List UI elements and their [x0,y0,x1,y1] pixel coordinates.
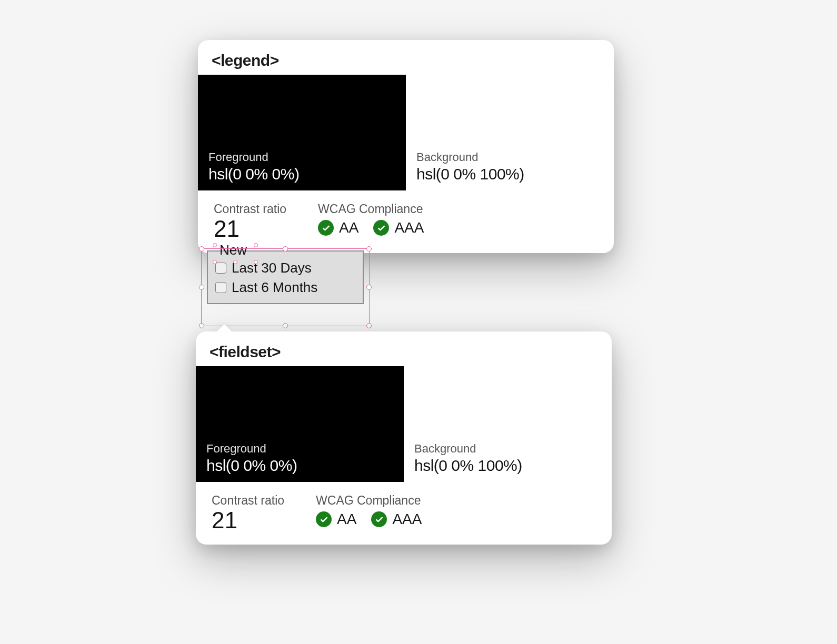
background-label: Background [414,442,587,456]
wcag-label: WCAG Compliance [316,494,422,508]
background-value: hsl(0 0% 100%) [416,165,590,183]
contrast-tooltip-fieldset: <fieldset> Foreground hsl(0 0% 0%) Backg… [196,331,612,545]
wcag-compliance: WCAG Compliance AA AAA [318,202,424,236]
wcag-aaa-badge: AAA [373,219,424,236]
option-row[interactable]: Last 30 Days [215,260,355,276]
resize-handle-icon[interactable] [283,323,288,328]
checkbox[interactable] [215,263,226,274]
wcag-aaa-text: AAA [392,511,422,528]
contrast-metrics: Contrast ratio 21 WCAG Compliance AA AAA [210,494,598,532]
foreground-value: hsl(0 0% 0%) [206,457,393,475]
option-row[interactable]: Last 6 Months [215,279,355,296]
foreground-swatch: Foreground hsl(0 0% 0%) [196,366,404,482]
foreground-label: Foreground [206,442,393,456]
resize-handle-icon[interactable] [366,285,372,290]
contrast-ratio-value: 21 [212,509,284,532]
wcag-label: WCAG Compliance [318,202,424,216]
check-circle-icon [371,511,387,527]
check-circle-icon [318,220,334,236]
contrast-ratio-value: 21 [214,217,286,240]
wcag-aaa-text: AAA [394,219,424,236]
inspected-fieldset[interactable]: New Last 30 Days Last 6 Months [207,250,364,304]
color-swatches: Foreground hsl(0 0% 0%) Background hsl(0… [210,366,598,482]
foreground-value: hsl(0 0% 0%) [208,165,395,183]
resize-handle-icon[interactable] [199,323,204,328]
tooltip-arrow-icon [217,324,232,331]
background-swatch: Background hsl(0 0% 100%) [404,366,598,482]
option-label: Last 30 Days [232,260,312,276]
background-label: Background [416,150,590,164]
contrast-ratio-label: Contrast ratio [212,494,284,508]
color-swatches: Foreground hsl(0 0% 0%) Background hsl(0… [212,75,600,190]
background-value: hsl(0 0% 100%) [414,457,587,475]
wcag-aa-text: AA [337,511,356,528]
option-label: Last 6 Months [232,279,317,296]
contrast-ratio-label: Contrast ratio [214,202,286,216]
resize-handle-icon[interactable] [199,285,204,290]
element-tag-name: <legend> [212,52,600,69]
contrast-ratio: Contrast ratio 21 [214,202,286,240]
resize-handle-icon[interactable] [366,323,372,328]
wcag-aaa-badge: AAA [371,511,422,528]
wcag-compliance: WCAG Compliance AA AAA [316,494,422,528]
check-circle-icon [316,511,332,527]
checkbox[interactable] [215,282,226,293]
fieldset-legend[interactable]: New [217,242,249,258]
contrast-tooltip-legend: <legend> Foreground hsl(0 0% 0%) Backgro… [198,40,614,253]
wcag-aa-badge: AA [318,219,358,236]
check-circle-icon [373,220,389,236]
background-swatch: Background hsl(0 0% 100%) [406,75,600,190]
wcag-aa-text: AA [339,219,358,236]
foreground-swatch: Foreground hsl(0 0% 0%) [198,75,406,190]
contrast-metrics: Contrast ratio 21 WCAG Compliance AA AAA [212,202,600,240]
element-tag-name: <fieldset> [210,343,598,361]
foreground-label: Foreground [208,150,395,164]
contrast-ratio: Contrast ratio 21 [212,494,284,532]
wcag-aa-badge: AA [316,511,356,528]
